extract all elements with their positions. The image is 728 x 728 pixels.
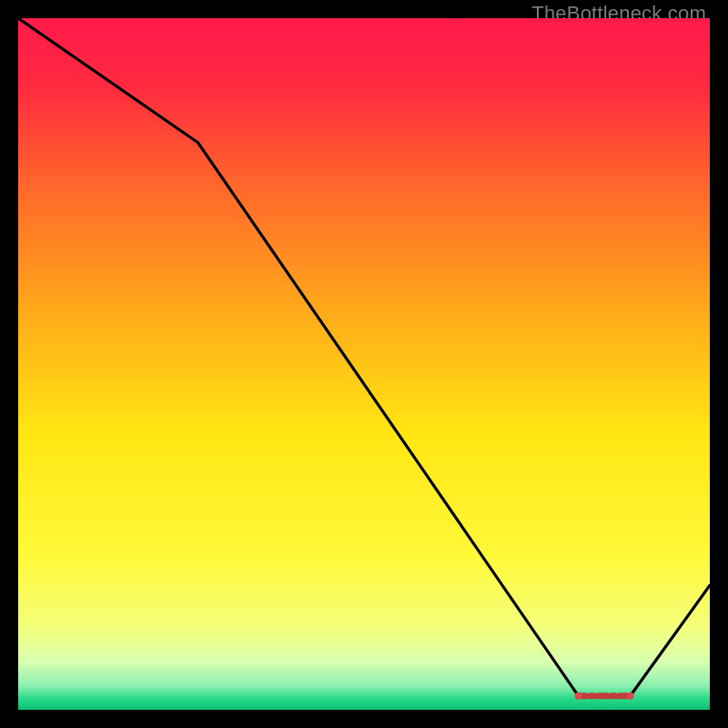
chart-background: [18, 18, 710, 710]
flat-segment: [575, 693, 634, 700]
bottleneck-chart: [18, 18, 710, 710]
flat-end-marker: [627, 693, 634, 700]
flat-start-marker: [575, 693, 582, 700]
chart-frame: [18, 18, 710, 710]
